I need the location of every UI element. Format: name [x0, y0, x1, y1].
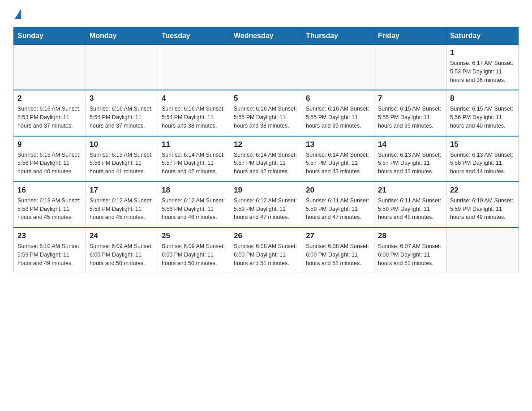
day-number: 18 [162, 186, 226, 195]
day-info: Sunrise: 6:07 AM Sunset: 6:00 PM Dayligh… [378, 242, 442, 267]
day-info: Sunrise: 6:08 AM Sunset: 6:00 PM Dayligh… [234, 242, 298, 267]
day-info: Sunrise: 6:09 AM Sunset: 6:00 PM Dayligh… [90, 242, 154, 267]
day-info: Sunrise: 6:15 AM Sunset: 5:56 PM Dayligh… [450, 105, 515, 130]
calendar-cell: 3Sunrise: 6:16 AM Sunset: 5:54 PM Daylig… [86, 90, 158, 136]
weekday-header-thursday: Thursday [302, 27, 374, 45]
day-number: 5 [234, 94, 298, 103]
day-number: 3 [90, 94, 154, 103]
day-number: 2 [17, 94, 82, 103]
day-info: Sunrise: 6:10 AM Sunset: 5:59 PM Dayligh… [17, 242, 82, 267]
day-info: Sunrise: 6:08 AM Sunset: 6:00 PM Dayligh… [306, 242, 370, 267]
day-number: 14 [378, 140, 442, 149]
calendar-cell: 27Sunrise: 6:08 AM Sunset: 6:00 PM Dayli… [302, 227, 374, 273]
calendar-cell [86, 45, 158, 90]
day-info: Sunrise: 6:13 AM Sunset: 5:58 PM Dayligh… [450, 151, 515, 176]
calendar-table: SundayMondayTuesdayWednesdayThursdayFrid… [13, 27, 519, 273]
calendar-week-row: 1Sunrise: 6:17 AM Sunset: 5:53 PM Daylig… [14, 45, 519, 90]
calendar-cell: 8Sunrise: 6:15 AM Sunset: 5:56 PM Daylig… [446, 90, 518, 136]
calendar-week-row: 2Sunrise: 6:16 AM Sunset: 5:53 PM Daylig… [14, 90, 519, 136]
day-number: 26 [234, 231, 298, 240]
calendar-cell: 24Sunrise: 6:09 AM Sunset: 6:00 PM Dayli… [86, 227, 158, 273]
day-info: Sunrise: 6:12 AM Sunset: 5:58 PM Dayligh… [162, 197, 226, 222]
calendar-cell [302, 45, 374, 90]
calendar-cell [230, 45, 302, 90]
logo-triangle-icon [15, 9, 21, 19]
calendar-cell: 25Sunrise: 6:09 AM Sunset: 6:00 PM Dayli… [158, 227, 230, 273]
day-info: Sunrise: 6:15 AM Sunset: 5:56 PM Dayligh… [90, 151, 154, 176]
day-number: 17 [90, 186, 154, 195]
calendar-cell: 5Sunrise: 6:16 AM Sunset: 5:55 PM Daylig… [230, 90, 302, 136]
day-info: Sunrise: 6:16 AM Sunset: 5:54 PM Dayligh… [90, 105, 154, 130]
day-info: Sunrise: 6:11 AM Sunset: 5:59 PM Dayligh… [378, 197, 442, 222]
day-info: Sunrise: 6:14 AM Sunset: 5:57 PM Dayligh… [234, 151, 298, 176]
calendar-cell: 22Sunrise: 6:10 AM Sunset: 5:59 PM Dayli… [446, 182, 518, 227]
day-number: 10 [90, 140, 154, 149]
day-number: 19 [234, 186, 298, 195]
calendar-cell: 7Sunrise: 6:15 AM Sunset: 5:55 PM Daylig… [374, 90, 446, 136]
day-number: 6 [306, 94, 370, 103]
day-number: 1 [450, 48, 515, 57]
weekday-header-friday: Friday [374, 27, 446, 45]
calendar-cell: 15Sunrise: 6:13 AM Sunset: 5:58 PM Dayli… [446, 136, 518, 182]
calendar-cell: 16Sunrise: 6:13 AM Sunset: 5:58 PM Dayli… [14, 182, 86, 227]
calendar-cell: 4Sunrise: 6:16 AM Sunset: 5:54 PM Daylig… [158, 90, 230, 136]
day-info: Sunrise: 6:16 AM Sunset: 5:55 PM Dayligh… [306, 105, 370, 130]
calendar-cell [158, 45, 230, 90]
day-info: Sunrise: 6:10 AM Sunset: 5:59 PM Dayligh… [450, 197, 515, 222]
calendar-cell: 17Sunrise: 6:12 AM Sunset: 5:58 PM Dayli… [86, 182, 158, 227]
day-info: Sunrise: 6:14 AM Sunset: 5:57 PM Dayligh… [162, 151, 226, 176]
day-info: Sunrise: 6:13 AM Sunset: 5:57 PM Dayligh… [378, 151, 442, 176]
day-number: 13 [306, 140, 370, 149]
day-number: 12 [234, 140, 298, 149]
day-info: Sunrise: 6:12 AM Sunset: 5:58 PM Dayligh… [90, 197, 154, 222]
calendar-cell: 2Sunrise: 6:16 AM Sunset: 5:53 PM Daylig… [14, 90, 86, 136]
weekday-header-saturday: Saturday [446, 27, 518, 45]
calendar-cell: 9Sunrise: 6:15 AM Sunset: 5:56 PM Daylig… [14, 136, 86, 182]
day-number: 9 [17, 140, 82, 149]
day-number: 23 [17, 231, 82, 240]
weekday-header-sunday: Sunday [14, 27, 86, 45]
day-number: 7 [378, 94, 442, 103]
calendar-cell: 11Sunrise: 6:14 AM Sunset: 5:57 PM Dayli… [158, 136, 230, 182]
calendar-cell [446, 227, 518, 273]
day-info: Sunrise: 6:16 AM Sunset: 5:54 PM Dayligh… [162, 105, 226, 130]
weekday-header-wednesday: Wednesday [230, 27, 302, 45]
calendar-cell: 10Sunrise: 6:15 AM Sunset: 5:56 PM Dayli… [86, 136, 158, 182]
day-info: Sunrise: 6:16 AM Sunset: 5:53 PM Dayligh… [17, 105, 82, 130]
calendar-cell: 12Sunrise: 6:14 AM Sunset: 5:57 PM Dayli… [230, 136, 302, 182]
calendar-cell: 28Sunrise: 6:07 AM Sunset: 6:00 PM Dayli… [374, 227, 446, 273]
calendar-cell: 14Sunrise: 6:13 AM Sunset: 5:57 PM Dayli… [374, 136, 446, 182]
calendar-cell: 26Sunrise: 6:08 AM Sunset: 6:00 PM Dayli… [230, 227, 302, 273]
day-number: 25 [162, 231, 226, 240]
day-number: 22 [450, 186, 515, 195]
calendar-cell: 20Sunrise: 6:11 AM Sunset: 5:59 PM Dayli… [302, 182, 374, 227]
weekday-header-monday: Monday [86, 27, 158, 45]
day-info: Sunrise: 6:16 AM Sunset: 5:55 PM Dayligh… [234, 105, 298, 130]
logo [13, 9, 21, 20]
day-number: 21 [378, 186, 442, 195]
calendar-cell [374, 45, 446, 90]
day-info: Sunrise: 6:15 AM Sunset: 5:56 PM Dayligh… [17, 151, 82, 176]
calendar-cell: 21Sunrise: 6:11 AM Sunset: 5:59 PM Dayli… [374, 182, 446, 227]
day-number: 4 [162, 94, 226, 103]
day-info: Sunrise: 6:13 AM Sunset: 5:58 PM Dayligh… [17, 197, 82, 222]
day-number: 8 [450, 94, 515, 103]
calendar-week-row: 23Sunrise: 6:10 AM Sunset: 5:59 PM Dayli… [14, 227, 519, 273]
day-number: 16 [17, 186, 82, 195]
calendar-cell: 19Sunrise: 6:12 AM Sunset: 5:59 PM Dayli… [230, 182, 302, 227]
day-number: 11 [162, 140, 226, 149]
day-number: 20 [306, 186, 370, 195]
day-info: Sunrise: 6:09 AM Sunset: 6:00 PM Dayligh… [162, 242, 226, 267]
weekday-header-tuesday: Tuesday [158, 27, 230, 45]
calendar-week-row: 16Sunrise: 6:13 AM Sunset: 5:58 PM Dayli… [14, 182, 519, 227]
day-info: Sunrise: 6:14 AM Sunset: 5:57 PM Dayligh… [306, 151, 370, 176]
page-header [13, 9, 519, 20]
calendar-cell: 23Sunrise: 6:10 AM Sunset: 5:59 PM Dayli… [14, 227, 86, 273]
calendar-cell [14, 45, 86, 90]
day-number: 28 [378, 231, 442, 240]
calendar-cell: 1Sunrise: 6:17 AM Sunset: 5:53 PM Daylig… [446, 45, 518, 90]
day-info: Sunrise: 6:11 AM Sunset: 5:59 PM Dayligh… [306, 197, 370, 222]
day-info: Sunrise: 6:15 AM Sunset: 5:55 PM Dayligh… [378, 105, 442, 130]
day-number: 15 [450, 140, 515, 149]
calendar-week-row: 9Sunrise: 6:15 AM Sunset: 5:56 PM Daylig… [14, 136, 519, 182]
